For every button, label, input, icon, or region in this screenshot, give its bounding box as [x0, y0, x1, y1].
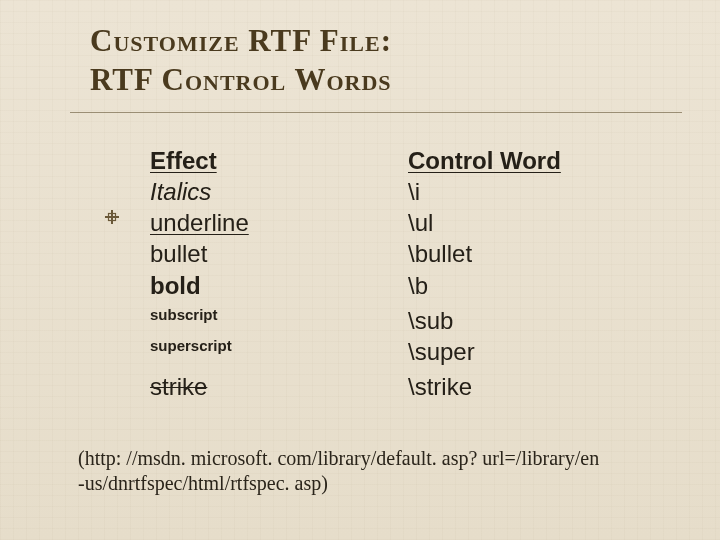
table-row: subscript \sub	[150, 305, 660, 336]
svg-rect-1	[105, 216, 119, 218]
effect-cell: strike	[150, 371, 408, 402]
footnote-line-1: (http: //msdn. microsoft. com/library/de…	[78, 446, 670, 471]
table-row: strike \strike	[150, 371, 660, 402]
effect-cell: bold	[150, 270, 408, 301]
slide-title: Customize RTF File: RTF Control Words	[90, 22, 680, 100]
slide: { "title": { "line1": "Customize RTF Fil…	[0, 0, 720, 540]
footnote-line-2: -us/dnrtfspec/html/rtfspec. asp)	[78, 471, 670, 496]
table-row: superscript \super	[150, 336, 660, 367]
effect-cell: superscript	[150, 336, 408, 356]
content-table: Effect Control Word Italics \i underline…	[150, 146, 660, 402]
cw-cell: \b	[408, 270, 660, 301]
effect-cell: bullet	[150, 238, 408, 269]
cw-cell: \strike	[408, 371, 660, 402]
title-rule	[70, 112, 682, 113]
effect-cell: subscript	[150, 305, 408, 325]
footnote: (http: //msdn. microsoft. com/library/de…	[78, 446, 670, 496]
table-row: underline \ul	[150, 207, 660, 238]
cw-cell: \super	[408, 336, 660, 367]
bullet-marker-icon	[105, 210, 119, 224]
table-row: bold \b	[150, 270, 660, 301]
header-control-word: Control Word	[408, 146, 660, 176]
table-row: bullet \bullet	[150, 238, 660, 269]
title-line-1: Customize RTF File:	[90, 22, 680, 61]
table-header-row: Effect Control Word	[150, 146, 660, 176]
cw-cell: \bullet	[408, 238, 660, 269]
header-effect: Effect	[150, 146, 408, 176]
cw-cell: \sub	[408, 305, 660, 336]
table-row: Italics \i	[150, 176, 660, 207]
cw-cell: \i	[408, 176, 660, 207]
effect-cell: underline	[150, 207, 408, 238]
cw-cell: \ul	[408, 207, 660, 238]
title-line-2: RTF Control Words	[90, 61, 680, 100]
effect-cell: Italics	[150, 176, 408, 207]
